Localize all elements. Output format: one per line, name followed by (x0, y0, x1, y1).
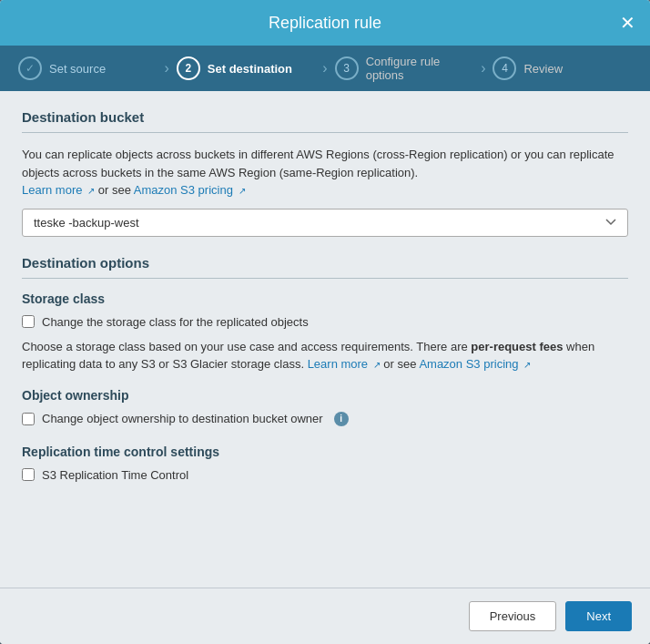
storage-class-checkbox-row: Change the storage class for the replica… (22, 315, 628, 329)
step-2-icon: 2 (177, 56, 200, 80)
modal-footer: Previous Next (0, 588, 650, 644)
destination-options-section: Destination options Storage class Change… (22, 255, 628, 482)
s3-rtc-checkbox-label: S3 Replication Time Control (42, 468, 188, 482)
step-separator-2: › (322, 60, 327, 77)
step-4-label: Review (523, 62, 563, 76)
step-4-icon: 4 (493, 56, 516, 80)
step-configure-rule[interactable]: 3 Configure rule options (335, 55, 474, 82)
destination-bucket-section: Destination bucket You can replicate obj… (22, 109, 628, 237)
storage-class-section: Storage class Change the storage class f… (22, 291, 628, 373)
destination-options-divider (22, 278, 628, 279)
step-review[interactable]: 4 Review (493, 56, 632, 80)
destination-bucket-description: You can replicate objects across buckets… (22, 146, 628, 199)
per-request-fees-text: per-request fees (471, 340, 563, 353)
storage-class-title: Storage class (22, 291, 628, 306)
step-separator-3: › (481, 60, 485, 77)
replication-time-section: Replication time control settings S3 Rep… (22, 445, 628, 482)
external-icon-2: ↗ (239, 186, 246, 196)
external-icon-3: ↗ (373, 360, 381, 370)
storage-class-description: Choose a storage class based on your use… (22, 338, 628, 373)
step-3-icon: 3 (335, 56, 359, 80)
step-separator-1: › (165, 60, 169, 77)
object-ownership-info-icon[interactable]: i (334, 412, 349, 426)
external-icon-4: ↗ (523, 360, 531, 370)
modal-title: Replication rule (269, 14, 381, 33)
modal-content: Destination bucket You can replicate obj… (0, 91, 650, 588)
step-1-label: Set source (49, 62, 106, 76)
bucket-dropdown-wrapper: tteske -backup-west (22, 209, 628, 237)
next-button[interactable]: Next (565, 601, 632, 631)
bucket-dropdown[interactable]: tteske -backup-west (22, 209, 628, 237)
storage-class-checkbox-label: Change the storage class for the replica… (42, 315, 309, 329)
object-ownership-checkbox-row: Change object ownership to destination b… (22, 412, 628, 426)
destination-bucket-divider (22, 132, 628, 133)
storage-class-checkbox[interactable] (22, 315, 35, 328)
replication-time-checkbox-row: S3 Replication Time Control (22, 468, 628, 482)
object-ownership-checkbox-label: Change object ownership to destination b… (42, 412, 323, 425)
step-set-source[interactable]: ✓ Set source (18, 56, 157, 80)
object-ownership-checkbox[interactable] (22, 413, 35, 425)
wizard-steps: ✓ Set source › 2 Set destination › 3 Con… (0, 46, 650, 91)
object-ownership-title: Object ownership (22, 388, 628, 403)
destination-bucket-title: Destination bucket (22, 109, 628, 125)
step-2-label: Set destination (208, 62, 292, 76)
step-set-destination[interactable]: 2 Set destination (177, 56, 316, 80)
step-1-icon: ✓ (18, 56, 42, 80)
learn-more-link-1[interactable]: Learn more (22, 183, 82, 197)
replication-rule-modal: Replication rule ✕ ✓ Set source › 2 Set … (0, 0, 650, 644)
previous-button[interactable]: Previous (469, 601, 557, 631)
replication-time-title: Replication time control settings (22, 445, 628, 459)
destination-options-title: Destination options (22, 255, 628, 271)
learn-more-link-2[interactable]: Learn more (308, 357, 368, 371)
object-ownership-section: Object ownership Change object ownership… (22, 388, 628, 426)
amazon-s3-pricing-link-1[interactable]: Amazon S3 pricing (134, 183, 233, 197)
s3-rtc-checkbox[interactable] (22, 468, 35, 481)
close-button[interactable]: ✕ (620, 14, 635, 32)
modal-header: Replication rule ✕ (0, 0, 650, 46)
amazon-s3-pricing-link-2[interactable]: Amazon S3 pricing (419, 357, 518, 371)
step-3-label: Configure rule options (366, 55, 474, 82)
external-icon-1: ↗ (87, 186, 95, 196)
